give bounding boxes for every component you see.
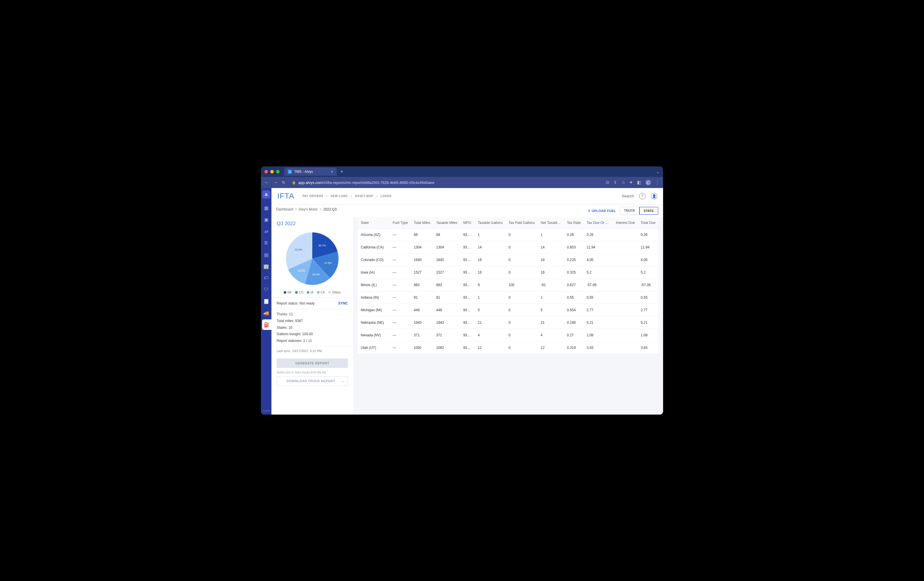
- sidebar-item-shield[interactable]: 🛡: [261, 284, 271, 295]
- column-header[interactable]: Net Taxable G…: [538, 217, 564, 229]
- new-tab-button[interactable]: +: [340, 169, 343, 175]
- extensions-icon[interactable]: ✦: [629, 180, 633, 185]
- close-window-button[interactable]: [264, 170, 268, 173]
- header-link-loads[interactable]: LOADS: [381, 195, 392, 198]
- stat-report-statuses: Report statuses: 1 / 11: [277, 337, 348, 344]
- forward-button[interactable]: →: [273, 180, 278, 185]
- column-header[interactable]: Total Miles: [411, 217, 433, 229]
- table-row[interactable]: Nebraska (NE)—1943194393…210210.2485.215…: [358, 317, 658, 329]
- stat-gallons: Gallons bought: 100.00: [277, 331, 348, 337]
- table-row[interactable]: Michigan (MI)—44844893…5050.5542.772.77: [358, 304, 658, 317]
- stat-states: States: 10: [277, 324, 348, 331]
- panel-icon[interactable]: ◧: [637, 180, 641, 185]
- state-table: StateFuel TypeTotal MilesTaxable MilesMP…: [358, 217, 658, 354]
- legend-item: NE: [284, 291, 292, 294]
- table-row[interactable]: Colorado (CO)—1640164093…180180.2254.054…: [358, 254, 658, 266]
- legend-item: CA: [317, 291, 325, 294]
- sidebar-item-building[interactable]: 🏢: [261, 261, 271, 272]
- reload-button[interactable]: ↻: [282, 180, 285, 185]
- upload-fuel-button[interactable]: ⇧ UPLOAD FUEL: [588, 209, 616, 213]
- upload-icon: ⇧: [588, 209, 591, 213]
- legend-item: CO: [295, 291, 303, 294]
- column-header[interactable]: Tax Paid Gallons: [506, 217, 538, 229]
- table-row[interactable]: California (CA)—1304130493…140140.85311.…: [358, 241, 658, 254]
- search-button[interactable]: Search: [622, 194, 634, 198]
- browser-tab[interactable]: a TMS - Alvys ×: [284, 168, 337, 176]
- minimize-window-button[interactable]: [270, 170, 274, 173]
- breadcrumb-dashboard[interactable]: Dashboard: [276, 207, 293, 211]
- sidebar: a ▦ ▣ ⇄ 🗎 ▤ 🏢 🏷 🛡 🧾 🚚 ⛽ AL363: [261, 188, 271, 414]
- main: IFTA PAY DRIVERS ● NEW LOAD ● ASSET MAP …: [271, 188, 663, 414]
- svg-text:16.3%: 16.3%: [312, 273, 320, 276]
- svg-text:17.5%: 17.5%: [324, 262, 332, 264]
- sidebar-item-flow[interactable]: ⇄: [261, 226, 271, 236]
- breadcrumb-motor[interactable]: Alvy's Motor: [299, 207, 318, 211]
- table-row[interactable]: Utah (UT)—1092109293…120120.3193.833.83: [358, 342, 658, 354]
- view-toggle: TRUCK STATE: [620, 207, 658, 215]
- pie-chart: 20.7%17.5%16.3%13.9%31.5%: [277, 229, 348, 288]
- sidebar-item-calculator[interactable]: ▤: [261, 249, 271, 260]
- header-link-new-load[interactable]: NEW LOAD: [331, 195, 348, 198]
- sidebar-item-truck[interactable]: 🚚: [261, 308, 271, 318]
- column-header[interactable]: MPG: [460, 217, 475, 229]
- share-icon[interactable]: ⇧: [614, 180, 617, 185]
- actions-bar: ⇧ UPLOAD FUEL TRUCK STATE: [353, 205, 663, 217]
- last-sync: Last sync: 10/17/2022, 8:31 PM: [271, 346, 353, 356]
- table-header-row: StateFuel TypeTotal MilesTaxable MilesMP…: [358, 217, 658, 229]
- sidebar-item-archive[interactable]: ▣: [261, 214, 271, 225]
- svg-text:13.9%: 13.9%: [298, 269, 305, 272]
- status-row: Report status: Not ready SYNC: [271, 297, 353, 309]
- column-header[interactable]: Fuel Type: [389, 217, 411, 229]
- menu-icon[interactable]: ⋮: [655, 180, 660, 185]
- toggle-state[interactable]: STATE: [639, 207, 658, 215]
- column-header[interactable]: State: [358, 217, 389, 229]
- column-header[interactable]: Tax Due Or Cr…: [584, 217, 613, 229]
- sidebar-item-fuel[interactable]: ⛽: [262, 319, 271, 330]
- app-body: a ▦ ▣ ⇄ 🗎 ▤ 🏢 🏷 🛡 🧾 🚚 ⛽ AL363 IFTA PAY D…: [261, 188, 663, 414]
- address-bar[interactable]: 🔒 app.alvys.com/#/ifta-reports/mc-report…: [289, 180, 602, 185]
- back-button[interactable]: ←: [264, 180, 269, 185]
- table-row[interactable]: Illinois (IL)—86386393…9100-910.627-57.0…: [358, 279, 658, 291]
- sync-button[interactable]: SYNC: [338, 301, 348, 305]
- profile-avatar[interactable]: C: [645, 180, 651, 185]
- column-header[interactable]: Total Due: [638, 217, 658, 229]
- user-icon[interactable]: 👤: [651, 193, 657, 200]
- search-icon[interactable]: ⊙: [606, 180, 609, 185]
- tab-close-icon[interactable]: ×: [331, 169, 333, 174]
- header-link-pay-drivers[interactable]: PAY DRIVERS: [302, 195, 323, 198]
- chart-title: Q3 2022: [277, 221, 348, 226]
- sidebar-item-tag[interactable]: 🏷: [261, 273, 271, 283]
- header: IFTA PAY DRIVERS ● NEW LOAD ● ASSET MAP …: [271, 188, 663, 205]
- table-row[interactable]: Nevada (NV)—37137193…4040.271.081.08: [358, 329, 658, 342]
- sidebar-item-dashboard[interactable]: ▦: [261, 203, 271, 213]
- column-header[interactable]: Tax Rate: [564, 217, 584, 229]
- generate-report-button[interactable]: GENERATE REPORT: [277, 358, 348, 368]
- app-logo[interactable]: a: [262, 190, 270, 198]
- svg-text:31.5%: 31.5%: [295, 248, 302, 251]
- table-row[interactable]: Iowa (IA)—1527152793…160160.3255.25.2: [358, 266, 658, 279]
- content-row: Q3 2022 20.7%17.5%16.3%13.9%31.5% NECOIA…: [271, 217, 663, 414]
- report-status: Report status: Not ready: [277, 301, 315, 305]
- legend-item: Others: [328, 291, 341, 294]
- table-row[interactable]: Indiana (IN)—919193…1010.550.550.55: [358, 291, 658, 304]
- column-header[interactable]: Taxable Miles: [433, 217, 460, 229]
- url-text: app.alvys.com/#/ifta-reports/mc-report/e…: [298, 180, 434, 185]
- help-icon[interactable]: ?: [639, 193, 645, 200]
- download-truck-report-button[interactable]: DOWNLOAD TRUCK REPORT ⌄: [277, 376, 348, 386]
- stat-trucks: Trucks: 11: [277, 311, 348, 318]
- maximize-window-button[interactable]: [276, 170, 280, 173]
- download-hint: Select one or more trucks from the list: [271, 371, 353, 374]
- titlebar-expand-icon[interactable]: ⌄: [656, 169, 660, 174]
- table-row[interactable]: Arizona (AZ)—888893…1010.260.260.26: [358, 229, 658, 241]
- bookmark-icon[interactable]: ☆: [621, 180, 625, 185]
- page-title: IFTA: [277, 191, 294, 201]
- chevron-down-icon: ⌄: [342, 379, 344, 383]
- column-header[interactable]: Taxable Gallons: [475, 217, 505, 229]
- sidebar-item-receipt[interactable]: 🧾: [261, 296, 271, 307]
- column-header[interactable]: Interest Due: [613, 217, 638, 229]
- sidebar-item-document[interactable]: 🗎: [261, 238, 271, 248]
- toggle-truck[interactable]: TRUCK: [620, 207, 639, 215]
- sub-header-row: Dashboard > Alvy's Motor > 2022 Q3 ⇧ UPL…: [271, 205, 663, 217]
- stats: Trucks: 11 Total miles: 9367 States: 10 …: [271, 309, 353, 346]
- header-link-asset-map[interactable]: ASSET MAP: [355, 195, 373, 198]
